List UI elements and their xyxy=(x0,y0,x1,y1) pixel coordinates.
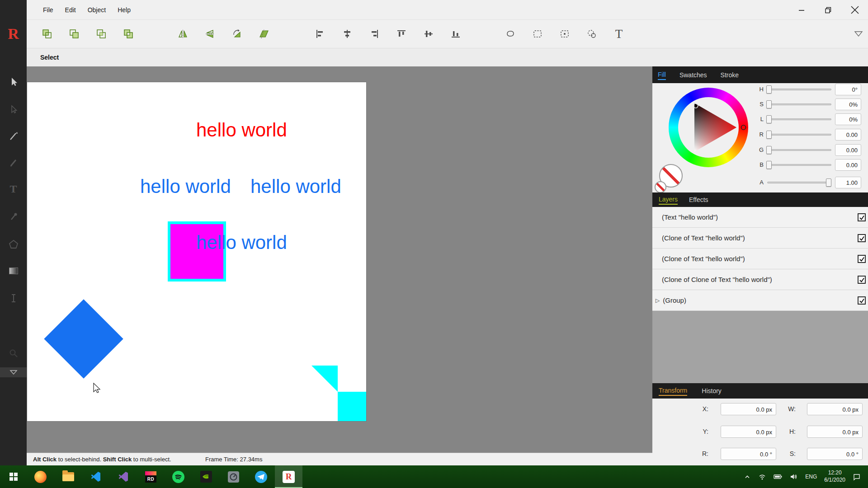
transform-input-h[interactable]: 0.0 px xyxy=(807,426,863,438)
slider-value[interactable]: 0.00 xyxy=(835,129,861,141)
tray-language[interactable]: ENG xyxy=(802,465,820,488)
taskbar-app-rider[interactable]: RD xyxy=(137,465,165,488)
gradient-tool[interactable] xyxy=(5,263,22,279)
boolean-intersect-button[interactable] xyxy=(92,25,110,43)
canvas-text-red[interactable]: hello world xyxy=(196,119,287,141)
toolbar-text-button[interactable]: T xyxy=(610,25,628,43)
menu-file[interactable]: File xyxy=(41,5,55,15)
tab-layers[interactable]: Layers xyxy=(659,195,678,205)
close-button[interactable] xyxy=(841,0,868,20)
taskbar-app-utility[interactable] xyxy=(220,465,247,488)
slider-handle[interactable] xyxy=(766,100,772,108)
slider-value[interactable]: 1.00 xyxy=(835,177,861,188)
layer-row-group[interactable]: ▷ (Group) xyxy=(652,290,868,311)
canvas-square-cyan[interactable] xyxy=(338,392,366,421)
sv-triangle[interactable] xyxy=(669,88,748,167)
flip-horizontal-button[interactable] xyxy=(174,25,192,43)
layer-row[interactable]: (Clone of Text "hello world") xyxy=(652,249,868,269)
sidebar-collapse-chevron[interactable] xyxy=(0,367,27,377)
artboard[interactable]: hello world hello world hello world hell… xyxy=(27,82,366,421)
slider-value[interactable]: 0.00 xyxy=(835,144,861,156)
text-tool[interactable]: T xyxy=(5,181,22,197)
hue-wheel[interactable] xyxy=(669,88,748,167)
canvas[interactable]: hello world hello world hello world hell… xyxy=(27,66,652,453)
eyedropper-tool[interactable] xyxy=(5,208,22,225)
slider-track[interactable] xyxy=(767,182,831,183)
rotate-button[interactable] xyxy=(228,25,246,43)
marquee-center-select-button[interactable] xyxy=(556,25,574,43)
layer-visibility-checkbox[interactable] xyxy=(858,276,866,284)
slider-track[interactable] xyxy=(767,164,831,166)
taskbar-app-spotify[interactable] xyxy=(165,465,192,488)
align-bottom-button[interactable] xyxy=(447,25,465,43)
tab-transform[interactable]: Transform xyxy=(659,386,687,396)
slider-track[interactable] xyxy=(767,89,831,90)
slider-handle[interactable] xyxy=(766,85,772,94)
zoom-tool[interactable] xyxy=(5,345,22,361)
taskbar-app-telegram[interactable] xyxy=(247,465,275,488)
align-left-button[interactable] xyxy=(311,25,329,43)
maximize-button[interactable] xyxy=(815,0,841,20)
taskbar-app-vscode[interactable] xyxy=(82,465,109,488)
align-top-button[interactable] xyxy=(392,25,410,43)
notification-center-button[interactable] xyxy=(850,465,863,488)
slider-value[interactable]: 0% xyxy=(835,113,861,125)
menu-edit[interactable]: Edit xyxy=(63,5,78,15)
tab-effects[interactable]: Effects xyxy=(689,195,708,204)
slider-handle[interactable] xyxy=(766,146,772,154)
slider-handle[interactable] xyxy=(766,161,772,169)
canvas-diamond-blue[interactable] xyxy=(44,299,123,378)
align-right-button[interactable] xyxy=(365,25,383,43)
tab-swatches[interactable]: Swatches xyxy=(679,70,707,80)
transform-input-s[interactable]: 0.0 ° xyxy=(807,448,863,460)
marquee-select-button[interactable] xyxy=(528,25,547,43)
tray-expand-button[interactable] xyxy=(741,465,754,488)
align-center-horizontal-button[interactable] xyxy=(338,25,356,43)
tab-history[interactable]: History xyxy=(702,386,722,395)
slider-track[interactable] xyxy=(767,134,831,136)
slider-handle[interactable] xyxy=(826,178,831,187)
tray-volume[interactable] xyxy=(787,465,801,488)
taskbar-app-visual-studio[interactable] xyxy=(109,465,137,488)
slider-track[interactable] xyxy=(767,118,831,120)
lasso-select-button[interactable] xyxy=(501,25,519,43)
layer-visibility-checkbox[interactable] xyxy=(858,234,866,242)
layer-visibility-checkbox[interactable] xyxy=(858,213,866,221)
menu-help[interactable]: Help xyxy=(116,5,132,15)
align-center-vertical-button[interactable] xyxy=(420,25,438,43)
slider-value[interactable]: 0.00 xyxy=(835,159,861,171)
boolean-difference-button[interactable] xyxy=(119,25,137,43)
tab-fill[interactable]: Fill xyxy=(658,70,666,80)
minimize-button[interactable] xyxy=(788,0,815,20)
hue-marker[interactable] xyxy=(741,125,746,130)
slider-handle[interactable] xyxy=(766,131,772,139)
boolean-union-button[interactable] xyxy=(38,25,56,43)
tray-clock[interactable]: 12:20 6/1/2020 xyxy=(821,465,848,488)
slider-value[interactable]: 0% xyxy=(835,99,861,110)
layer-row[interactable]: (Clone of Text "hello world") xyxy=(652,228,868,249)
shape-tool[interactable] xyxy=(5,236,22,253)
menu-object[interactable]: Object xyxy=(86,5,108,15)
slider-handle[interactable] xyxy=(766,115,772,123)
ellipse-select-button[interactable] xyxy=(583,25,601,43)
tray-network[interactable] xyxy=(755,465,769,488)
spline-tool[interactable] xyxy=(5,290,22,306)
node-tool[interactable] xyxy=(5,101,22,117)
tray-battery[interactable] xyxy=(771,465,785,488)
slider-track[interactable] xyxy=(767,103,831,105)
taskbar-app-file-explorer[interactable] xyxy=(54,465,82,488)
layer-visibility-checkbox[interactable] xyxy=(858,296,866,305)
tab-stroke[interactable]: Stroke xyxy=(721,70,739,80)
pen-tool[interactable] xyxy=(5,127,22,144)
canvas-text-blue-2[interactable]: hello world xyxy=(250,176,341,197)
layer-row[interactable]: (Clone of Clone of Text "hello world") xyxy=(652,269,868,290)
canvas-text-blue-3[interactable]: hello world xyxy=(196,232,287,253)
taskbar-app-firefox[interactable] xyxy=(27,465,54,488)
taskbar-app-nvidia[interactable] xyxy=(192,465,220,488)
layer-row[interactable]: (Text "hello world") xyxy=(652,207,868,228)
select-tool[interactable] xyxy=(5,73,22,90)
slider-value[interactable]: 0° xyxy=(835,84,861,95)
pencil-tool[interactable] xyxy=(5,154,22,171)
slider-track[interactable] xyxy=(767,149,831,151)
boolean-subtract-button[interactable] xyxy=(65,25,83,43)
